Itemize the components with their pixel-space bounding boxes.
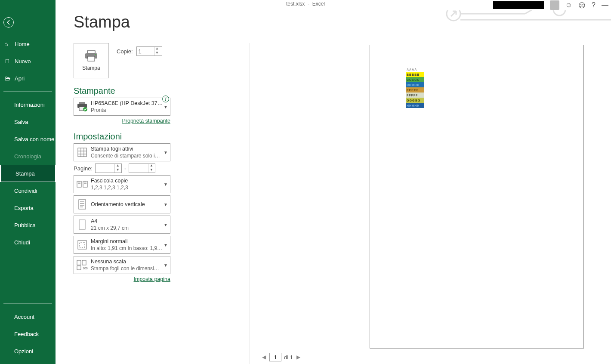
prev-page-button[interactable]: ◀: [261, 354, 267, 360]
collate-select[interactable]: Fascicola copie1,2,3 1,2,3 1,2,3 ▼: [74, 175, 170, 193]
sidebar-item-account[interactable]: Account: [0, 308, 56, 325]
orientation-select[interactable]: Orientamento verticale ▼: [74, 195, 170, 213]
collate-icon: [76, 178, 88, 190]
sidebar-item-share[interactable]: Condividi: [0, 182, 56, 199]
preview-row: FFFFF: [406, 93, 424, 98]
printer-select[interactable]: HP65AC6E (HP DeskJet 3700…Pronta ▼: [74, 98, 170, 116]
sidebar-item-home[interactable]: ⌂Home: [0, 35, 56, 52]
print-button[interactable]: Stampa: [74, 43, 109, 78]
svg-rect-16: [80, 242, 85, 247]
page-count-label: di 1: [284, 354, 293, 361]
new-icon: 🗋: [4, 58, 12, 65]
print-button-label: Stampa: [82, 65, 100, 71]
copies-down[interactable]: ▼: [154, 51, 160, 56]
paper-size-select[interactable]: A421 cm x 29,7 cm ▼: [74, 216, 170, 234]
preview-row: HHHHH: [406, 103, 424, 108]
portrait-icon: [76, 198, 88, 210]
next-page-button[interactable]: ▶: [296, 354, 301, 360]
preview-row: DDDDD: [406, 82, 424, 87]
sidebar-item-save-as[interactable]: Salva con nome: [0, 130, 56, 148]
preview-row: GGGGG: [406, 98, 424, 103]
sidebar-item-history: Cronologia: [0, 148, 56, 165]
svg-text:100: 100: [83, 267, 88, 270]
sidebar-item-new[interactable]: 🗋Nuovo: [0, 52, 56, 70]
panel-divider: [250, 43, 250, 364]
title-bar: test.xlsx - Excel ☺ ☹ ? —: [0, 0, 611, 10]
svg-rect-2: [87, 51, 95, 53]
settings-section-title: Impostazioni: [74, 132, 185, 142]
page-to-input[interactable]: [129, 165, 148, 172]
back-button[interactable]: [3, 17, 14, 28]
sidebar-item-info[interactable]: Informazioni: [0, 96, 56, 113]
sidebar-item-publish[interactable]: Pubblica: [0, 216, 56, 234]
svg-rect-19: [77, 266, 81, 270]
preview-row: BBBBB: [406, 72, 424, 77]
svg-rect-14: [79, 220, 85, 229]
sidebar-item-open[interactable]: 🗁Apri: [0, 70, 56, 87]
scaling-select[interactable]: 100 Nessuna scalaStampa fogli con le dim…: [74, 256, 170, 274]
pages-label: Pagine:: [74, 165, 93, 172]
feedback-happy-icon[interactable]: ☺: [565, 1, 572, 9]
svg-rect-15: [78, 241, 86, 249]
page-setup-link[interactable]: Imposta pagina: [74, 276, 170, 282]
scaling-icon: 100: [76, 259, 88, 271]
chevron-down-icon: ▼: [164, 263, 168, 268]
sidebar-item-print[interactable]: Stampa: [0, 165, 56, 182]
minimize-icon[interactable]: —: [602, 1, 608, 9]
svg-rect-18: [82, 260, 86, 265]
preview-content: AAAABBBBBCCCCCDDDDDEEEEEFFFFFGGGGGHHHHH: [406, 67, 424, 108]
username-redacted: [493, 1, 544, 9]
page-title: Stampa: [74, 13, 130, 31]
chevron-down-icon: ▼: [164, 105, 168, 109]
printer-properties-link[interactable]: Proprietà stampante: [74, 118, 170, 124]
sidebar-item-export[interactable]: Esporta: [0, 199, 56, 216]
svg-rect-4: [88, 56, 95, 61]
printer-icon: [84, 50, 98, 62]
svg-point-5: [95, 54, 96, 55]
sidebar-item-close[interactable]: Chiudi: [0, 234, 56, 251]
avatar[interactable]: [550, 0, 559, 10]
margins-select[interactable]: Margini normaliIn alto: 1,91 cm In basso…: [74, 236, 170, 254]
sheets-icon: [76, 146, 88, 158]
printer-status-icon: [76, 101, 88, 113]
copies-input[interactable]: [137, 48, 154, 55]
sidebar-item-options[interactable]: Opzioni: [0, 342, 56, 360]
copies-label: Copie:: [117, 48, 133, 55]
chevron-down-icon: ▼: [164, 150, 168, 155]
chevron-down-icon: ▼: [164, 222, 168, 227]
svg-rect-13: [79, 200, 86, 209]
printer-section-title: Stampante: [74, 86, 185, 96]
svg-rect-10: [78, 148, 86, 157]
preview-row: CCCCC: [406, 77, 424, 82]
print-preview: AAAABBBBBCCCCCDDDDDEEEEEFFFFFGGGGGHHHHH: [261, 45, 611, 350]
svg-rect-17: [77, 260, 81, 265]
feedback-sad-icon[interactable]: ☹: [578, 1, 586, 9]
chevron-down-icon: ▼: [164, 182, 168, 187]
preview-row: AAAA: [406, 67, 424, 72]
copies-stepper[interactable]: ▲▼: [136, 46, 162, 56]
backstage-sidebar: ⌂Home 🗋Nuovo 🗁Apri Informazioni Salva Sa…: [0, 0, 56, 364]
page-to-stepper[interactable]: ▲▼: [129, 163, 155, 173]
sidebar-item-save[interactable]: Salva: [0, 113, 56, 130]
window-title: test.xlsx - Excel: [286, 1, 325, 7]
info-icon[interactable]: i: [162, 96, 169, 102]
preview-row: EEEEE: [406, 87, 424, 93]
sidebar-item-feedback[interactable]: Feedback: [0, 325, 56, 342]
chevron-down-icon: ▼: [164, 202, 168, 207]
current-page-input[interactable]: [269, 353, 281, 361]
open-icon: 🗁: [4, 75, 12, 82]
home-icon: ⌂: [4, 40, 12, 47]
margins-icon: [76, 239, 88, 251]
chevron-down-icon: ▼: [164, 243, 168, 247]
page-from-input[interactable]: [96, 165, 114, 172]
preview-page: AAAABBBBBCCCCCDDDDDEEEEEFFFFFGGGGGHHHHH: [370, 45, 584, 349]
page-from-stepper[interactable]: ▲▼: [95, 163, 122, 173]
print-what-select[interactable]: Stampa fogli attiviConsente di stampare …: [74, 143, 170, 161]
svg-rect-7: [79, 102, 85, 104]
paper-icon: [76, 219, 88, 231]
help-icon[interactable]: ?: [592, 1, 596, 9]
